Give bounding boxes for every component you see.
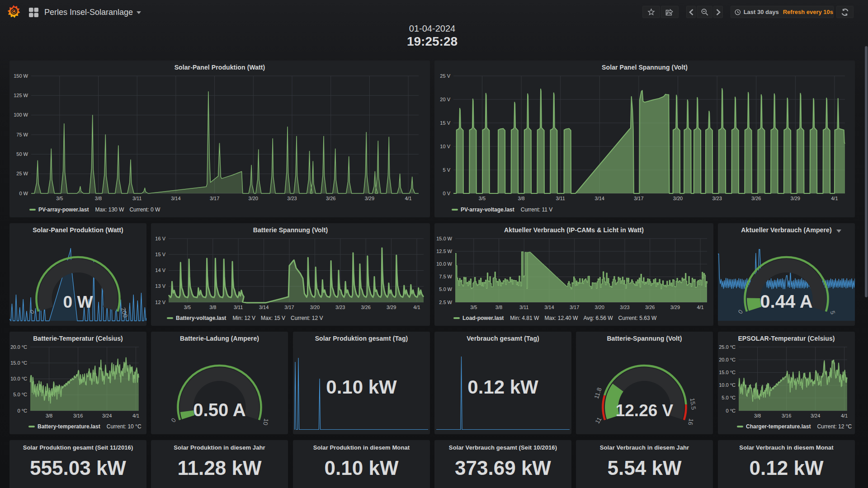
svg-text:7.5 W: 7.5 W: [439, 274, 452, 279]
svg-text:3/24: 3/24: [102, 413, 112, 418]
svg-text:3/8: 3/8: [754, 413, 761, 418]
svg-text:3/20: 3/20: [673, 196, 683, 201]
svg-text:3/11: 3/11: [234, 305, 243, 310]
svg-text:3/5: 3/5: [184, 305, 191, 310]
svg-text:12.26 V: 12.26 V: [616, 401, 674, 420]
svg-text:10.0 °C: 10.0 °C: [719, 382, 736, 388]
svg-text:3/17: 3/17: [634, 196, 643, 201]
svg-text:10: 10: [262, 418, 269, 426]
svg-text:10.0 °C: 10.0 °C: [10, 376, 27, 381]
svg-text:15.0 °C: 15.0 °C: [719, 370, 736, 375]
svg-text:20.0 °C: 20.0 °C: [10, 344, 27, 350]
svg-text:25 W: 25 W: [16, 171, 28, 176]
svg-text:11.8: 11.8: [593, 387, 603, 400]
svg-text:3/14: 3/14: [595, 196, 604, 201]
svg-text:12.5 W: 12.5 W: [436, 249, 452, 254]
svg-text:25.0 °C: 25.0 °C: [719, 344, 736, 350]
svg-text:3/8: 3/8: [495, 305, 502, 310]
svg-text:5.0 °C: 5.0 °C: [13, 392, 27, 397]
svg-text:3/26: 3/26: [326, 196, 335, 201]
svg-text:3/5: 3/5: [479, 196, 486, 201]
svg-text:4/1: 4/1: [413, 305, 420, 310]
svg-text:3/17: 3/17: [210, 196, 219, 201]
svg-text:3/17: 3/17: [284, 305, 294, 310]
svg-text:20.0 °C: 20.0 °C: [719, 357, 736, 362]
svg-text:3/14: 3/14: [544, 305, 554, 310]
svg-text:3/29: 3/29: [670, 305, 680, 310]
svg-text:3/8: 3/8: [209, 305, 216, 310]
svg-text:3/17: 3/17: [570, 305, 579, 310]
svg-text:0 W: 0 W: [63, 293, 93, 311]
svg-text:3/14: 3/14: [171, 196, 180, 201]
svg-text:3/29: 3/29: [791, 196, 800, 201]
svg-text:16 V: 16 V: [155, 236, 165, 241]
svg-text:2.5 W: 2.5 W: [439, 300, 452, 305]
svg-text:50 W: 50 W: [16, 151, 28, 157]
svg-text:3/16: 3/16: [73, 413, 83, 418]
svg-text:0 W: 0 W: [19, 191, 28, 196]
svg-text:15.0 W: 15.0 W: [436, 236, 452, 241]
svg-text:150 W: 150 W: [14, 73, 28, 79]
svg-text:5.0 °C: 5.0 °C: [722, 395, 736, 400]
svg-text:3/23: 3/23: [712, 196, 722, 201]
svg-text:0.44 A: 0.44 A: [760, 291, 812, 311]
svg-text:4/1: 4/1: [132, 413, 139, 418]
svg-text:3/24: 3/24: [811, 413, 820, 418]
svg-text:3/8: 3/8: [46, 413, 52, 418]
svg-text:125 W: 125 W: [14, 93, 28, 98]
svg-text:15.5: 15.5: [689, 398, 698, 410]
svg-text:15.0 °C: 15.0 °C: [10, 360, 27, 366]
svg-text:3/26: 3/26: [361, 305, 370, 310]
svg-text:0 °C: 0 °C: [726, 408, 736, 413]
svg-text:20 V: 20 V: [440, 97, 450, 102]
svg-text:75 W: 75 W: [16, 132, 28, 137]
svg-text:3/23: 3/23: [287, 196, 297, 201]
svg-text:15 V: 15 V: [155, 252, 165, 257]
svg-text:3/23: 3/23: [620, 305, 629, 310]
svg-text:25 V: 25 V: [440, 73, 450, 79]
svg-text:11: 11: [594, 416, 603, 425]
svg-text:3/5: 3/5: [470, 305, 477, 310]
svg-text:3/20: 3/20: [310, 305, 320, 310]
svg-text:4/1: 4/1: [841, 413, 848, 418]
svg-text:15 V: 15 V: [440, 120, 450, 126]
svg-text:5 V: 5 V: [443, 167, 450, 173]
svg-text:13 V: 13 V: [155, 283, 165, 289]
svg-text:3/11: 3/11: [556, 196, 565, 201]
svg-text:4/1: 4/1: [831, 196, 838, 201]
svg-text:0 °C: 0 °C: [17, 408, 27, 413]
svg-text:14 V: 14 V: [155, 267, 165, 273]
svg-text:3/29: 3/29: [365, 196, 374, 201]
svg-text:3/11: 3/11: [132, 196, 142, 201]
svg-text:16: 16: [687, 418, 694, 426]
svg-text:4/1: 4/1: [405, 196, 411, 201]
svg-text:10 V: 10 V: [440, 144, 450, 149]
svg-text:3/20: 3/20: [595, 305, 604, 310]
svg-text:0 V: 0 V: [443, 191, 450, 196]
svg-text:3/23: 3/23: [335, 305, 345, 310]
svg-text:3/16: 3/16: [782, 413, 791, 418]
svg-text:3/5: 3/5: [56, 196, 63, 201]
svg-text:12 V: 12 V: [155, 300, 165, 305]
svg-text:3/8: 3/8: [95, 196, 102, 201]
svg-text:3/8: 3/8: [518, 196, 524, 201]
svg-text:3/26: 3/26: [645, 305, 655, 310]
svg-text:0.50 A: 0.50 A: [193, 400, 245, 420]
svg-text:100 W: 100 W: [14, 112, 28, 117]
svg-text:3/14: 3/14: [259, 305, 269, 310]
svg-text:3/26: 3/26: [751, 196, 761, 201]
svg-text:3/11: 3/11: [519, 305, 529, 310]
svg-text:0: 0: [170, 417, 177, 423]
svg-text:3/20: 3/20: [249, 196, 258, 201]
svg-text:3/29: 3/29: [387, 305, 396, 310]
svg-text:5.0 W: 5.0 W: [439, 286, 452, 292]
svg-text:4/1: 4/1: [697, 305, 703, 310]
svg-text:10.0 W: 10.0 W: [436, 261, 452, 267]
